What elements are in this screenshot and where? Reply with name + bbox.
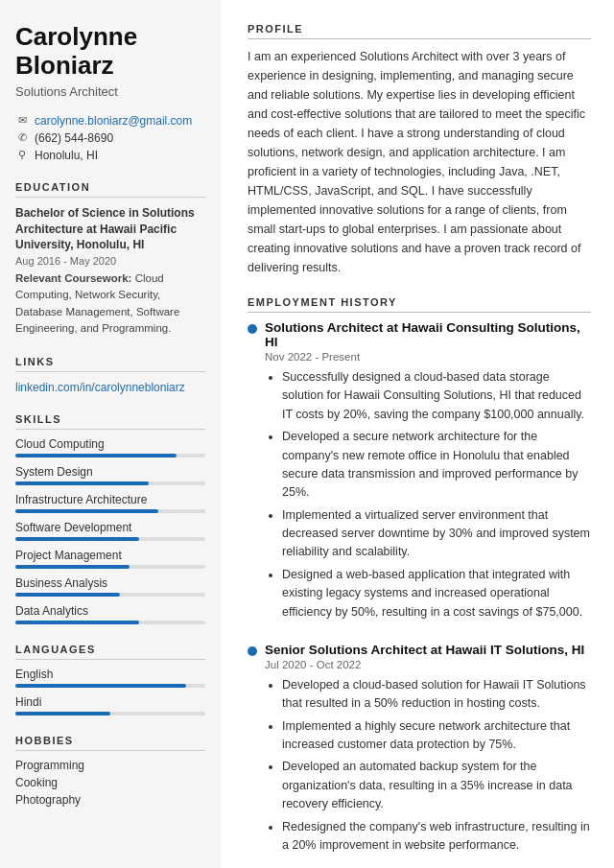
main-content: PROFILE I am an experienced Solutions Ar… — [221, 0, 614, 868]
skill-bar-fill — [15, 454, 177, 457]
phone-icon: ✆ — [15, 131, 29, 144]
email-link[interactable]: carolynne.bloniarz@gmail.com — [35, 114, 192, 128]
employment-section-title: EMPLOYMENT HISTORY — [248, 296, 591, 313]
skill-bar-bg — [15, 454, 205, 457]
skill-item: Project Management — [15, 549, 205, 569]
skill-bar-bg — [15, 565, 205, 569]
skill-bar-bg — [15, 509, 205, 513]
bullet-item: Designed a web-based application that in… — [282, 566, 591, 622]
email-icon: ✉ — [15, 114, 29, 127]
language-label: Hindi — [15, 695, 205, 709]
bullet-item: Developed a secure network architecture … — [282, 428, 591, 503]
skill-label: Data Analytics — [15, 604, 205, 618]
skill-item: Cloud Computing — [15, 437, 205, 457]
candidate-name: Carolynne Bloniarz — [15, 23, 205, 81]
bullet-item: Developed an automated backup system for… — [282, 758, 591, 813]
hobbies-list: ProgrammingCookingPhotography — [15, 759, 205, 807]
bullet-item: Redesigned the company's web infrastruct… — [282, 818, 591, 856]
job-dot — [248, 646, 257, 656]
skill-item: Data Analytics — [15, 604, 205, 624]
languages-section-title: LANGUAGES — [15, 644, 205, 660]
bullet-item: Implemented a virtualized server environ… — [282, 506, 591, 562]
job-entry: Solutions Architect at Hawaii Consulting… — [248, 320, 591, 629]
contact-email: ✉ carolynne.bloniarz@gmail.com — [15, 114, 205, 128]
skill-bar-bg — [15, 621, 205, 624]
skill-bar-fill — [15, 621, 139, 624]
skill-label: Business Analysis — [15, 576, 205, 590]
linkedin-link-item: linkedin.com/in/carolynnebloniarz — [15, 380, 205, 394]
skills-list: Cloud Computing System Design Infrastruc… — [15, 437, 205, 624]
skill-item: Software Development — [15, 521, 205, 541]
edu-coursework: Relevant Coursework: Cloud Computing, Ne… — [15, 270, 205, 337]
hobby-item: Cooking — [15, 776, 205, 789]
language-item: Hindi — [15, 695, 205, 716]
edu-date: Aug 2016 - May 2020 — [15, 255, 205, 267]
hobby-item: Photography — [15, 793, 205, 807]
job-title: Senior Solutions Architect at Hawaii IT … — [265, 643, 591, 657]
job-date: Jul 2020 - Oct 2022 — [265, 659, 591, 670]
bullet-item: Implemented a highly secure network arch… — [282, 717, 591, 755]
job-bullets: Successfully designed a cloud-based data… — [265, 368, 591, 622]
employment-section: EMPLOYMENT HISTORY Solutions Architect a… — [248, 296, 591, 862]
profile-section: PROFILE I am an experienced Solutions Ar… — [248, 23, 591, 277]
hobby-item: Programming — [15, 759, 205, 772]
skill-bar-fill — [15, 593, 120, 597]
skill-item: Infrastructure Architecture — [15, 493, 205, 513]
job-header: Solutions Architect at Hawaii Consulting… — [248, 320, 591, 629]
job-title: Solutions Architect at Hawaii Consulting… — [265, 320, 591, 349]
language-label: English — [15, 668, 205, 681]
contact-phone: ✆ (662) 544-8690 — [15, 131, 205, 145]
language-bar-bg — [15, 684, 205, 688]
job-dot — [248, 324, 257, 334]
skill-bar-fill — [15, 509, 158, 513]
job-header: Senior Solutions Architect at Hawaii IT … — [248, 643, 591, 862]
links-section-title: LINKS — [15, 356, 205, 372]
skill-item: System Design — [15, 465, 205, 485]
language-bar-bg — [15, 712, 205, 716]
skill-bar-bg — [15, 593, 205, 597]
skill-bar-bg — [15, 537, 205, 541]
skill-bar-fill — [15, 537, 139, 541]
hobbies-section-title: HOBBIES — [15, 735, 205, 751]
profile-section-title: PROFILE — [248, 23, 591, 39]
skill-label: Infrastructure Architecture — [15, 493, 205, 506]
candidate-title: Solutions Architect — [15, 84, 205, 99]
skill-label: Software Development — [15, 521, 205, 534]
job-bullets: Developed a cloud-based solution for Haw… — [265, 676, 591, 855]
language-item: English — [15, 668, 205, 688]
skill-bar-fill — [15, 565, 130, 569]
education-section-title: EDUCATION — [15, 181, 205, 198]
skill-item: Business Analysis — [15, 576, 205, 597]
contact-location: ⚲ Honolulu, HI — [15, 149, 205, 162]
languages-list: English Hindi — [15, 668, 205, 716]
skills-section-title: SKILLS — [15, 413, 205, 430]
jobs-list: Solutions Architect at Hawaii Consulting… — [248, 320, 591, 862]
edu-degree: Bachelor of Science in Solutions Archite… — [15, 205, 205, 253]
profile-text: I am an experienced Solutions Architect … — [248, 47, 591, 277]
job-date: Nov 2022 - Present — [265, 351, 591, 363]
linkedin-link[interactable]: linkedin.com/in/carolynnebloniarz — [15, 381, 185, 394]
skill-label: System Design — [15, 465, 205, 479]
bullet-item: Successfully designed a cloud-based data… — [282, 368, 591, 424]
skill-bar-fill — [15, 481, 149, 485]
sidebar: Carolynne Bloniarz Solutions Architect ✉… — [0, 0, 221, 868]
skill-label: Project Management — [15, 549, 205, 562]
language-bar-fill — [15, 684, 186, 688]
location-icon: ⚲ — [15, 149, 29, 161]
language-bar-fill — [15, 712, 110, 716]
bullet-item: Developed a cloud-based solution for Haw… — [282, 676, 591, 714]
skill-bar-bg — [15, 481, 205, 485]
skill-label: Cloud Computing — [15, 437, 205, 451]
job-entry: Senior Solutions Architect at Hawaii IT … — [248, 643, 591, 862]
